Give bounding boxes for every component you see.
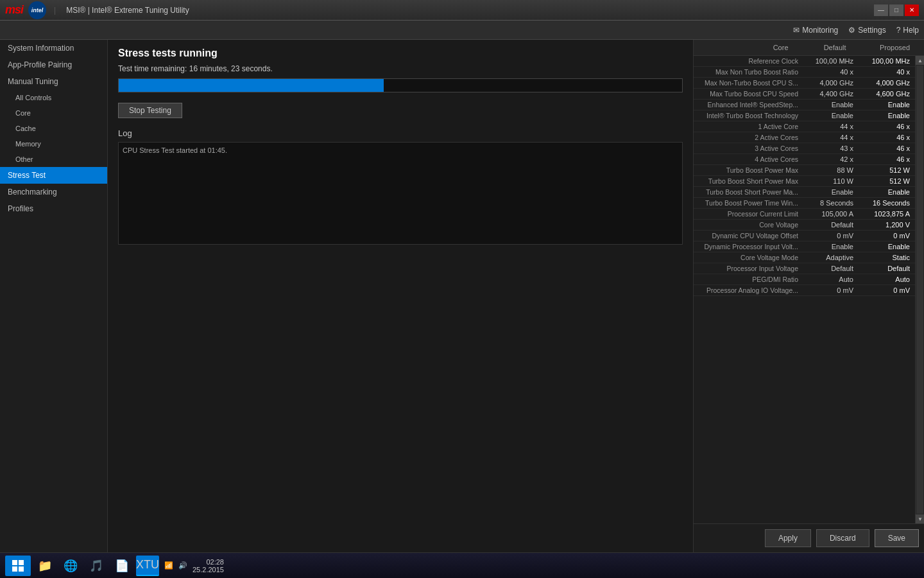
- scroll-down-button[interactable]: ▼: [916, 514, 924, 523]
- start-button[interactable]: [5, 556, 31, 576]
- taskbar-file-manager[interactable]: 📁: [33, 556, 56, 576]
- settings-icon: ⚙: [848, 26, 855, 35]
- stress-test-title: Stress tests running: [118, 48, 683, 59]
- header-core: Core: [763, 44, 789, 51]
- main-area: System Information App-Profile Pairing M…: [0, 40, 924, 552]
- rpanel-row: Reference Clock 100,00 MHz 100,00 MHz: [694, 56, 915, 67]
- svg-rect-3: [19, 566, 24, 572]
- stop-testing-button[interactable]: Stop Testing: [118, 103, 182, 118]
- sidebar-item-stress-test[interactable]: Stress Test: [0, 167, 107, 184]
- taskbar-browser[interactable]: 🌐: [59, 556, 82, 576]
- rpanel-row: Processor Input Voltage Default Default: [694, 263, 915, 274]
- sidebar-item-other[interactable]: Other: [0, 152, 107, 167]
- rpanel-row: Turbo Boost Short Power Max 110 W 512 W: [694, 176, 915, 187]
- rpanel-row: Max Turbo Boost CPU Speed 4,400 GHz 4,60…: [694, 89, 915, 100]
- sidebar-item-cache[interactable]: Cache: [0, 121, 107, 136]
- taskbar-right: 📶 🔊 02:28 25.2.2015: [164, 558, 224, 574]
- rpanel-row: PEG/DMI Ratio Auto Auto: [694, 274, 915, 285]
- rpanel-row: Max Non-Turbo Boost CPU S... 4,000 GHz 4…: [694, 78, 915, 89]
- apply-button[interactable]: Apply: [765, 529, 811, 547]
- log-entry: CPU Stress Test started at 01:45.: [123, 146, 678, 154]
- rpanel-row: Enhanced Intel® SpeedStep... Enable Enab…: [694, 100, 915, 110]
- sidebar-item-system-information[interactable]: System Information: [0, 40, 107, 57]
- sidebar-item-manual-tuning[interactable]: Manual Tuning: [0, 73, 107, 90]
- right-panel: Core Default Proposed Reference Clock 10…: [693, 40, 924, 552]
- app-title: MSI® | Intel® Extreme Tuning Utility: [66, 6, 189, 15]
- taskbar-volume-icon: 🔊: [178, 561, 187, 570]
- minimize-button[interactable]: —: [874, 4, 888, 16]
- rpanel-row: Turbo Boost Power Max 88 W 512 W: [694, 165, 915, 176]
- intel-badge: intel: [28, 1, 46, 19]
- help-menu[interactable]: ? Help: [896, 26, 919, 35]
- help-icon: ?: [896, 26, 901, 35]
- progress-bar-container: [118, 78, 683, 92]
- rpanel-row: Turbo Boost Power Time Win... 8 Seconds …: [694, 198, 915, 209]
- sidebar-item-core[interactable]: Core: [0, 105, 107, 121]
- close-button[interactable]: ✕: [905, 4, 919, 16]
- progress-bar-fill: [119, 79, 384, 92]
- taskbar-xtu[interactable]: XTU: [136, 556, 159, 576]
- rpanel-row: Processor Analog IO Voltage... 0 mV 0 mV: [694, 285, 915, 296]
- rpanel-row: Core Voltage Mode Adaptive Static: [694, 252, 915, 263]
- rpanel-row: Max Non Turbo Boost Ratio 40 x 40 x: [694, 67, 915, 78]
- sidebar-item-benchmarking[interactable]: Benchmarking: [0, 184, 107, 200]
- log-title: Log: [118, 128, 683, 138]
- window-controls: — □ ✕: [874, 4, 919, 16]
- header-default: Default: [789, 44, 846, 51]
- right-panel-header: Core Default Proposed: [694, 40, 924, 56]
- msi-logo: msi: [5, 3, 23, 17]
- settings-menu[interactable]: ⚙ Settings: [848, 26, 886, 35]
- rpanel-row: 2 Active Cores 44 x 46 x: [694, 132, 915, 143]
- rpanel-row: Core Voltage Default 1,200 V: [694, 220, 915, 231]
- taskbar: 📁 🌐 🎵 📄 XTU 📶 🔊 02:28 25.2.2015: [0, 552, 924, 578]
- sidebar-item-profiles[interactable]: Profiles: [0, 200, 107, 217]
- save-button[interactable]: Save: [875, 529, 919, 547]
- time-remaining: Test time remaining: 16 minutes, 23 seco…: [118, 64, 683, 73]
- svg-rect-2: [12, 566, 17, 572]
- content-area: Stress tests running Test time remaining…: [108, 40, 693, 552]
- rpanel-row: 4 Active Cores 42 x 46 x: [694, 154, 915, 165]
- menubar: ✉ Monitoring ⚙ Settings ? Help: [0, 21, 924, 40]
- maximize-button[interactable]: □: [889, 4, 903, 16]
- rpanel-row: Processor Current Limit 105,000 A 1023,8…: [694, 209, 915, 220]
- sidebar: System Information App-Profile Pairing M…: [0, 40, 108, 552]
- taskbar-clock: 02:28 25.2.2015: [193, 558, 224, 574]
- monitoring-menu[interactable]: ✉ Monitoring: [793, 26, 838, 35]
- right-panel-rows: Reference Clock 100,00 MHz 100,00 MHz Ma…: [694, 56, 915, 523]
- taskbar-media[interactable]: 🎵: [85, 556, 108, 576]
- rpanel-row: Turbo Boost Short Power Ma... Enable Ena…: [694, 187, 915, 198]
- titlebar: msi intel | MSI® | Intel® Extreme Tuning…: [0, 0, 924, 21]
- scroll-up-button[interactable]: ▲: [916, 56, 924, 65]
- monitoring-icon: ✉: [793, 26, 800, 35]
- stress-test-area: Stress tests running Test time remaining…: [108, 40, 693, 552]
- taskbar-files[interactable]: 📄: [110, 556, 133, 576]
- rpanel-row: 1 Active Core 44 x 46 x: [694, 121, 915, 132]
- svg-rect-0: [12, 560, 17, 565]
- right-panel-actions: Apply Discard Save: [694, 523, 924, 552]
- sidebar-item-memory[interactable]: Memory: [0, 136, 107, 152]
- sidebar-item-app-profile[interactable]: App-Profile Pairing: [0, 57, 107, 73]
- sidebar-item-all-controls[interactable]: All Controls: [0, 90, 107, 105]
- rpanel-row: 3 Active Cores 43 x 46 x: [694, 143, 915, 154]
- taskbar-network-icon: 📶: [164, 561, 173, 570]
- discard-button[interactable]: Discard: [816, 529, 869, 547]
- rpanel-row: Dynamic CPU Voltage Offset 0 mV 0 mV: [694, 231, 915, 241]
- rpanel-row: Intel® Turbo Boost Technology Enable Ena…: [694, 110, 915, 121]
- app-logo: msi intel | MSI® | Intel® Extreme Tuning…: [5, 1, 189, 19]
- log-box: CPU Stress Test started at 01:45.: [118, 142, 683, 245]
- header-proposed: Proposed: [846, 44, 911, 51]
- rpanel-row: Dynamic Processor Input Volt... Enable E…: [694, 241, 915, 252]
- svg-rect-1: [19, 560, 24, 565]
